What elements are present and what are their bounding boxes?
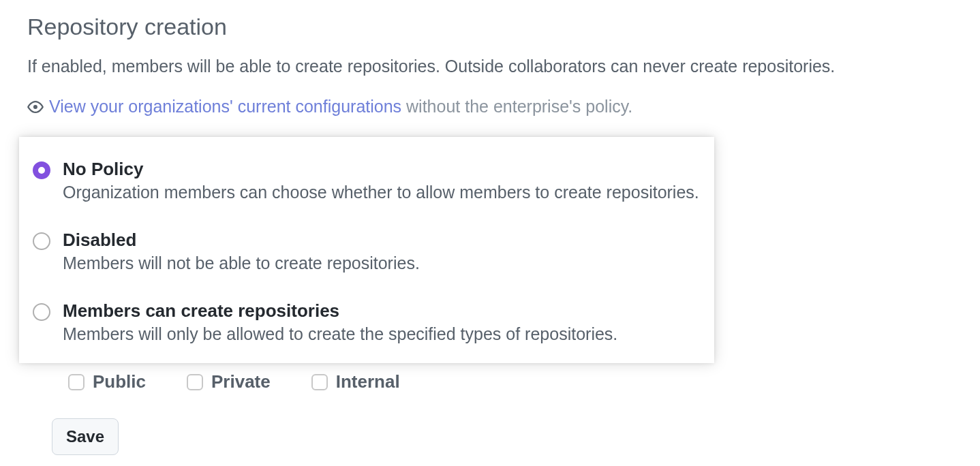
section-title: Repository creation [27, 14, 953, 40]
checkbox-input-private[interactable] [187, 374, 203, 390]
radio-desc-disabled: Members will not be able to create repos… [63, 253, 420, 273]
view-config-link[interactable]: View your organizations' current configu… [49, 97, 401, 116]
checkbox-input-public[interactable] [68, 374, 85, 390]
checkbox-internal[interactable]: Internal [311, 371, 400, 392]
checkbox-label-private: Private [211, 371, 271, 392]
radio-input-no-policy[interactable] [33, 161, 50, 179]
repo-type-checkboxes: Public Private Internal [27, 363, 953, 392]
radio-label-disabled: Disabled [63, 230, 420, 251]
checkbox-public[interactable]: Public [68, 371, 146, 392]
radio-input-disabled[interactable] [33, 232, 50, 250]
radio-desc-members-can-create: Members will only be allowed to create t… [63, 324, 617, 344]
radio-label-no-policy: No Policy [63, 159, 699, 180]
checkbox-label-public: Public [93, 371, 146, 392]
checkbox-private[interactable]: Private [187, 371, 271, 392]
policy-radio-group: No Policy Organization members can choos… [19, 137, 714, 363]
eye-icon [27, 99, 44, 115]
checkbox-input-internal[interactable] [311, 374, 328, 390]
radio-desc-no-policy: Organization members can choose whether … [63, 183, 699, 202]
view-config-suffix: without the enterprise's policy. [401, 97, 632, 116]
checkbox-label-internal: Internal [336, 371, 400, 392]
radio-option-members-can-create[interactable]: Members can create repositories Members … [19, 287, 714, 348]
radio-input-members-can-create[interactable] [33, 303, 50, 321]
radio-option-disabled[interactable]: Disabled Members will not be able to cre… [19, 216, 714, 287]
save-button[interactable]: Save [52, 418, 119, 455]
view-config-row: View your organizations' current configu… [27, 97, 953, 117]
section-description: If enabled, members will be able to crea… [27, 57, 953, 76]
radio-label-members-can-create: Members can create repositories [63, 300, 617, 322]
radio-option-no-policy[interactable]: No Policy Organization members can choos… [19, 152, 714, 216]
